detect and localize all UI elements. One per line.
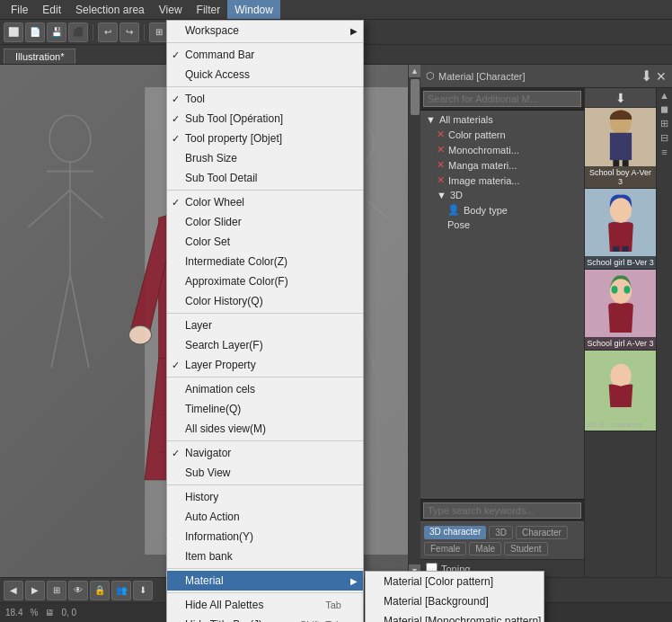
icon-strip-btn-2[interactable]: ◼ bbox=[660, 103, 668, 115]
menu-color-set[interactable]: Color Set bbox=[167, 232, 363, 252]
tree-item-all-materials[interactable]: ▼ All materials bbox=[422, 112, 582, 127]
tree-item-icon: ✕ bbox=[437, 129, 445, 140]
tree-item-manga[interactable]: ✕ Manga materi... bbox=[422, 157, 582, 173]
tree-item-body-type[interactable]: 👤 Body type bbox=[422, 202, 582, 218]
menu-material[interactable]: Material Material [Color pattern] Materi… bbox=[167, 571, 363, 591]
menu-auto-action[interactable]: Auto Action bbox=[167, 507, 363, 527]
menu-brush-size[interactable]: Brush Size bbox=[167, 148, 363, 168]
portrait-label-1: School boy A-Ver 3 bbox=[585, 166, 656, 188]
tree-item-label: Color pattern bbox=[448, 129, 506, 140]
menu-sub-tool[interactable]: Sub Tool [Opération] bbox=[167, 109, 363, 129]
bottom-btn-1[interactable]: ◀ bbox=[4, 581, 23, 600]
scroll-up-btn[interactable]: ▲ bbox=[409, 65, 421, 77]
icon-strip-btn-5[interactable]: ≡ bbox=[661, 147, 667, 157]
portrait-school-girl-b[interactable]: School girl B-Ver 3 bbox=[585, 189, 656, 270]
bottom-btn-4[interactable]: 👁 bbox=[68, 581, 88, 600]
menu-workspace[interactable]: Workspace bbox=[167, 21, 363, 40]
menu-layer-property[interactable]: Layer Property bbox=[167, 355, 363, 375]
menu-timeline[interactable]: Timeline(Q) bbox=[167, 399, 363, 419]
menu-bar: File Edit Selection area View Filter Win… bbox=[0, 0, 672, 20]
tag-female[interactable]: Female bbox=[424, 542, 466, 555]
toolbar-icon-3[interactable]: 💾 bbox=[47, 22, 66, 42]
menu-command-bar[interactable]: Command Bar bbox=[167, 45, 363, 65]
menu-navigator[interactable]: Navigator bbox=[167, 443, 363, 463]
tag-search-input[interactable] bbox=[423, 502, 581, 519]
menu-layer-label: Layer bbox=[185, 319, 212, 332]
tag-search-area bbox=[420, 499, 584, 521]
panel-download-btn[interactable]: ⬇ bbox=[641, 67, 652, 84]
menu-hide-all-palettes[interactable]: Hide All Palettes Tab bbox=[167, 595, 363, 615]
menu-view[interactable]: View bbox=[152, 0, 190, 19]
canvas-scrollbar[interactable]: ▲ ▼ bbox=[408, 65, 420, 577]
scroll-thumb[interactable] bbox=[411, 79, 420, 115]
bottom-btn-7[interactable]: ⬇ bbox=[133, 581, 153, 600]
tag-character[interactable]: Character bbox=[516, 526, 568, 539]
tree-item-label: Manga materi... bbox=[448, 160, 517, 171]
search-input[interactable] bbox=[423, 91, 581, 107]
portrait-school-girl-a[interactable]: School girl A-Ver 3 bbox=[585, 270, 656, 351]
menu-layer[interactable]: Layer bbox=[167, 315, 363, 335]
menu-tool-property[interactable]: Tool property [Objet] bbox=[167, 129, 363, 148]
menu-color-slider[interactable]: Color Slider bbox=[167, 212, 363, 232]
tag-male[interactable]: Male bbox=[469, 542, 501, 555]
menu-animation-cels[interactable]: Animation cels bbox=[167, 379, 363, 399]
menu-history[interactable]: History bbox=[167, 487, 363, 507]
tree-section: ▼ All materials ✕ Color pattern ✕ Monoch… bbox=[420, 88, 584, 577]
toolbar-icon-2[interactable]: 📄 bbox=[25, 22, 45, 42]
portrait-ver3[interactable]: 3D, 0... character bbox=[585, 351, 656, 431]
bottom-btn-5[interactable]: 🔒 bbox=[90, 581, 110, 600]
menu-color-wheel[interactable]: Color Wheel bbox=[167, 192, 363, 212]
tree-item-color-pattern[interactable]: ✕ Color pattern bbox=[422, 127, 582, 142]
tree-item-image[interactable]: ✕ Image materia... bbox=[422, 173, 582, 188]
tag-3d-character[interactable]: 3D character bbox=[424, 526, 486, 539]
bottom-btn-3[interactable]: ⊞ bbox=[47, 581, 66, 600]
tree-item-icon: ✕ bbox=[437, 144, 445, 156]
menu-tool[interactable]: Tool bbox=[167, 89, 363, 109]
toolbar-undo[interactable]: ↩ bbox=[98, 22, 118, 42]
menu-edit[interactable]: Edit bbox=[35, 0, 68, 19]
submenu-monochromatic[interactable]: Material [Monochromatic pattern] bbox=[366, 611, 544, 622]
portrait-school-boy[interactable]: School boy A-Ver 3 bbox=[585, 108, 656, 189]
menu-sub-view[interactable]: Sub View bbox=[167, 463, 363, 483]
portraits-download-btn[interactable]: ⬇ bbox=[615, 91, 626, 105]
menu-filter[interactable]: Filter bbox=[190, 0, 228, 19]
tag-student[interactable]: Student bbox=[504, 542, 547, 555]
menu-window[interactable]: Window bbox=[227, 0, 280, 19]
menu-file[interactable]: File bbox=[4, 0, 35, 19]
portraits-area: ⬇ School boy A-Ver 3 bbox=[584, 88, 656, 577]
tree-item-3d[interactable]: ▼ 3D bbox=[422, 188, 582, 202]
tag-3d[interactable]: 3D bbox=[489, 526, 513, 539]
menu-quick-access[interactable]: Quick Access bbox=[167, 65, 363, 84]
submenu-color-pattern[interactable]: Material [Color pattern] bbox=[366, 572, 544, 591]
svg-rect-32 bbox=[609, 133, 631, 160]
menu-sub-tool-detail[interactable]: Sub Tool Detail bbox=[167, 168, 363, 188]
tree-item-monochromatic[interactable]: ✕ Monochromati... bbox=[422, 142, 582, 157]
menu-item-bank[interactable]: Item bank bbox=[167, 546, 363, 566]
bottom-btn-6[interactable]: 👥 bbox=[111, 581, 131, 600]
tab-illustration[interactable]: Illustration* bbox=[4, 49, 75, 64]
menu-all-sides-view[interactable]: All sides view(M) bbox=[167, 419, 363, 439]
toolbar-icon-4[interactable]: ⬛ bbox=[68, 22, 88, 42]
icon-strip-btn-3[interactable]: ⊞ bbox=[660, 118, 668, 129]
menu-layer-property-label: Layer Property bbox=[185, 359, 256, 371]
menu-color-history[interactable]: Color History(Q) bbox=[167, 291, 363, 311]
tree-item-pose[interactable]: Pose bbox=[422, 218, 582, 232]
menu-approx-color[interactable]: Approximate Color(F) bbox=[167, 271, 363, 291]
bottom-btn-2[interactable]: ▶ bbox=[25, 581, 45, 600]
icon-strip-btn-4[interactable]: ⊟ bbox=[660, 132, 668, 144]
sep-5 bbox=[167, 377, 363, 378]
menu-information[interactable]: Information(Y) bbox=[167, 527, 363, 546]
icon-strip-btn-1[interactable]: ▲ bbox=[659, 90, 669, 101]
panel-close-btn[interactable]: ✕ bbox=[656, 69, 667, 84]
menu-selection-area[interactable]: Selection area bbox=[68, 0, 152, 19]
material-tree: ▼ All materials ✕ Color pattern ✕ Monoch… bbox=[420, 111, 584, 499]
toolbar-redo[interactable]: ↪ bbox=[119, 22, 139, 42]
menu-intermediate-color[interactable]: Intermediate Color(Z) bbox=[167, 252, 363, 271]
toolbar-icon-1[interactable]: ⬜ bbox=[4, 22, 23, 42]
menu-search-layer[interactable]: Search Layer(F) bbox=[167, 335, 363, 355]
submenu-background[interactable]: Material [Background] bbox=[366, 591, 544, 611]
submenu-color-pattern-label: Material [Color pattern] bbox=[384, 575, 493, 588]
menu-hide-title-bar[interactable]: Hide Title Bar(J) Shift+Tab bbox=[167, 615, 363, 622]
menu-item-bank-label: Item bank bbox=[185, 550, 233, 563]
separator-2 bbox=[144, 24, 145, 40]
